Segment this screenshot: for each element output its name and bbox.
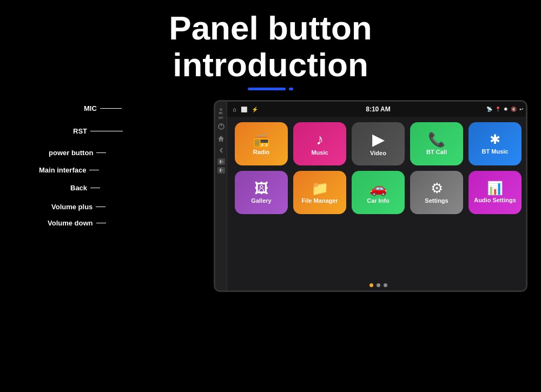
gallery-icon: 🖼 <box>254 181 268 195</box>
mute-icon: 🔇 <box>511 107 517 112</box>
app-carinfo[interactable]: 🚗 Car Info <box>352 171 405 214</box>
home-button[interactable] <box>217 135 225 142</box>
title-section: Panel button introduction <box>0 0 541 90</box>
settings-label: Settings <box>425 197 448 204</box>
svg-line-7 <box>222 170 223 171</box>
btcall-label: BT Call <box>426 149 447 155</box>
radio-icon: 📻 <box>253 132 270 147</box>
status-window-icon: ⬜ <box>241 107 247 112</box>
device-frame: MIC RST <box>214 100 527 292</box>
screen: ⌂ ⬜ ⚡ 8:10 AM 📡 📍 ✱ 🔇 ↩ <box>227 102 527 290</box>
carinfo-icon: 🚗 <box>370 181 387 195</box>
side-panel: MIC RST <box>215 102 227 290</box>
btcall-icon: 📞 <box>428 132 445 147</box>
app-row-2: 🖼 Gallery 📁 File Manager 🚗 Car Info <box>235 171 522 214</box>
filemanager-label: File Manager <box>301 197 338 204</box>
power-button[interactable] <box>217 123 225 130</box>
app-radio[interactable]: 📻 Radio <box>235 122 288 165</box>
rst-button[interactable]: RST <box>219 117 223 119</box>
label-mic: MIC <box>84 104 122 112</box>
app-btcall[interactable]: 📞 BT Call <box>410 122 463 165</box>
back-nav-icon: ↩ <box>519 107 524 112</box>
volume-down-button[interactable] <box>217 167 225 174</box>
status-time: 8:10 AM <box>366 105 391 113</box>
back-button[interactable] <box>217 147 225 154</box>
main-content: MIC RST <box>0 100 541 300</box>
svg-line-5 <box>222 162 223 163</box>
mic-indicator: MIC <box>219 108 223 115</box>
label-volplus: Volume plus <box>51 203 105 211</box>
gallery-label: Gallery <box>251 197 271 204</box>
pagination-dot-1[interactable] <box>370 283 373 287</box>
location-icon: 📍 <box>495 107 501 112</box>
pagination-dot-3[interactable] <box>384 283 387 287</box>
volume-up-icon <box>219 159 224 164</box>
music-icon: ♪ <box>316 132 324 147</box>
app-row-1: 📻 Radio ♪ Music ▶ Video <box>235 122 522 165</box>
power-icon <box>218 123 225 130</box>
video-label: Video <box>370 150 386 156</box>
carinfo-label: Car Info <box>367 197 390 204</box>
cast-icon: 📡 <box>486 107 492 112</box>
app-filemanager[interactable]: 📁 File Manager <box>293 171 346 214</box>
status-bar: ⌂ ⬜ ⚡ 8:10 AM 📡 📍 ✱ 🔇 ↩ <box>227 102 527 117</box>
status-left: ⌂ ⬜ ⚡ <box>233 106 258 112</box>
pagination-dots <box>227 283 527 290</box>
app-grid: 📻 Radio ♪ Music ▶ Video <box>227 117 527 283</box>
pagination-dot-2[interactable] <box>377 283 380 287</box>
audiosettings-label: Audio Settings <box>474 197 516 203</box>
app-settings[interactable]: ⚙ Settings <box>410 171 463 214</box>
app-video[interactable]: ▶ Video <box>352 122 405 165</box>
app-btmusic[interactable]: ✱ BT Music <box>469 122 522 165</box>
label-power: power button <box>49 149 106 157</box>
music-label: Music <box>311 149 328 156</box>
bluetooth-icon: ✱ <box>504 107 508 112</box>
home-icon <box>218 136 224 142</box>
label-main: Main interface <box>39 166 99 174</box>
label-voldown: Volume down <box>48 219 106 227</box>
video-icon: ▶ <box>372 131 385 148</box>
radio-label: Radio <box>253 149 270 155</box>
svg-marker-2 <box>218 136 224 142</box>
back-icon <box>219 148 224 153</box>
filemanager-icon: 📁 <box>311 181 328 195</box>
audiosettings-icon: 📊 <box>487 182 503 195</box>
status-right: 📡 📍 ✱ 🔇 ↩ <box>486 107 524 112</box>
title-underline <box>0 88 541 90</box>
volume-down-icon <box>219 168 224 173</box>
status-home-icon: ⌂ <box>233 106 236 112</box>
btmusic-icon: ✱ <box>490 133 500 146</box>
app-audiosettings[interactable]: 📊 Audio Settings <box>469 171 522 214</box>
app-gallery[interactable]: 🖼 Gallery <box>235 171 288 214</box>
btmusic-label: BT Music <box>482 148 509 155</box>
page-title: Panel button introduction <box>0 10 541 83</box>
label-rst: RST <box>73 127 123 135</box>
svg-marker-3 <box>220 160 221 164</box>
volume-up-button[interactable] <box>217 158 225 165</box>
svg-marker-6 <box>220 168 221 172</box>
settings-icon: ⚙ <box>431 181 443 195</box>
app-music[interactable]: ♪ Music <box>293 122 346 165</box>
status-usb-icon: ⚡ <box>252 107 258 112</box>
label-back: Back <box>70 184 100 192</box>
